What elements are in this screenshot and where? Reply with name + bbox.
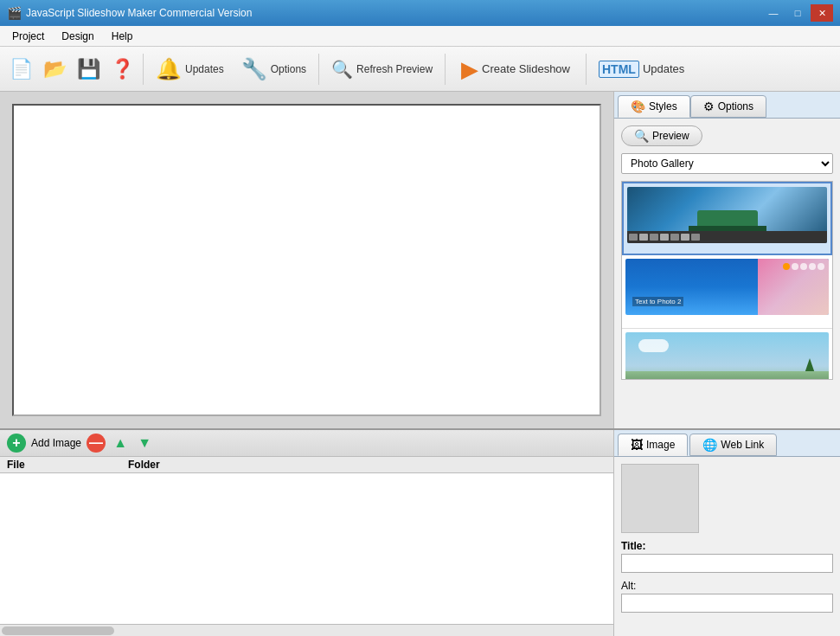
new-button[interactable]: 📄 bbox=[5, 50, 37, 88]
scrollbar-track bbox=[2, 626, 114, 635]
mini-thumb-2 bbox=[639, 234, 648, 241]
image-list-container: File Folder bbox=[0, 457, 613, 624]
nav-dot-1 bbox=[783, 263, 790, 270]
open-button[interactable]: 📂 bbox=[39, 50, 71, 88]
top-section: 🎨 Styles ⚙ Options 🔍 Preview Photo Galle bbox=[0, 92, 840, 428]
create-label: Create Slideshow bbox=[482, 62, 570, 75]
style-thumb-flower[interactable]: Text to Photo 2 bbox=[622, 255, 832, 329]
updates-label: Updates bbox=[185, 63, 224, 75]
menu-design[interactable]: Design bbox=[53, 29, 102, 44]
app-icon: 🎬 bbox=[7, 6, 21, 20]
title-field-group: Title: bbox=[621, 540, 833, 573]
toolbar-separator-2 bbox=[318, 54, 319, 85]
mini-thumb-7 bbox=[691, 234, 700, 241]
styles-tab-label: Styles bbox=[649, 100, 677, 112]
updates-icon: 🔔 bbox=[156, 59, 182, 80]
image-preview-thumbnail bbox=[621, 464, 699, 533]
main-area-inner: 🎨 Styles ⚙ Options 🔍 Preview Photo Galle bbox=[0, 92, 840, 636]
image-tab-label: Image bbox=[646, 439, 675, 451]
right-panel: 🎨 Styles ⚙ Options 🔍 Preview Photo Galle bbox=[613, 92, 840, 428]
styles-options-tabs: 🎨 Styles ⚙ Options bbox=[614, 92, 840, 119]
toolbar-separator-1 bbox=[143, 54, 144, 85]
save-icon: 💾 bbox=[77, 60, 100, 79]
menu-project[interactable]: Project bbox=[3, 29, 53, 44]
new-icon: 📄 bbox=[10, 60, 33, 79]
updates-button[interactable]: 🔔 Updates bbox=[148, 50, 232, 88]
move-down-button[interactable]: ▼ bbox=[135, 434, 154, 453]
options-tab-icon: ⚙ bbox=[703, 100, 715, 113]
toolbar: 📄 📂 💾 ❓ 🔔 Updates 🔧 Options 🔍 Refresh Pr… bbox=[0, 47, 840, 92]
thumbnail-strip bbox=[627, 231, 827, 243]
maximize-button[interactable]: □ bbox=[786, 4, 809, 22]
refresh-button[interactable]: 🔍 Refresh Preview bbox=[324, 50, 440, 88]
style-thumb-boat[interactable] bbox=[622, 182, 832, 255]
toolbar-separator-4 bbox=[586, 54, 587, 85]
create-icon: ▶ bbox=[461, 58, 478, 80]
tab-options[interactable]: ⚙ Options bbox=[690, 95, 766, 118]
right-panel-content: 🔍 Preview Photo Gallery Classic Modern M… bbox=[614, 119, 840, 428]
gallery-style-dropdown[interactable]: Photo Gallery Classic Modern Minimal bbox=[621, 153, 833, 174]
mini-thumb-5 bbox=[670, 234, 679, 241]
styles-list[interactable]: Text to Photo 2 bbox=[621, 181, 833, 380]
options-icon: 🔧 bbox=[241, 59, 267, 80]
tab-weblink[interactable]: 🌐 Web Link bbox=[689, 434, 777, 456]
style-preview-nature bbox=[625, 332, 829, 380]
close-button[interactable]: ✕ bbox=[811, 4, 833, 22]
tab-image[interactable]: 🖼 Image bbox=[618, 434, 688, 456]
alt-field-group: Alt: bbox=[621, 580, 833, 613]
title-input[interactable] bbox=[621, 554, 833, 573]
add-image-button[interactable]: + bbox=[7, 434, 26, 453]
style-thumb-nature[interactable] bbox=[622, 329, 832, 380]
nav-dot-5 bbox=[818, 263, 824, 270]
create-slideshow-button[interactable]: ▶ Create Slideshow bbox=[450, 50, 581, 88]
tab-styles[interactable]: 🎨 Styles bbox=[618, 95, 690, 118]
html-icon: HTML bbox=[599, 61, 639, 78]
image-tab-icon: 🖼 bbox=[631, 438, 643, 452]
detail-panel: 🖼 Image 🌐 Web Link Title: bbox=[613, 430, 840, 636]
help-icon: ❓ bbox=[111, 60, 134, 79]
styles-tab-icon: 🎨 bbox=[631, 100, 645, 113]
detail-panel-content: Title: Alt: bbox=[614, 457, 840, 636]
options-label: Options bbox=[271, 63, 306, 75]
move-up-button[interactable]: ▲ bbox=[111, 434, 130, 453]
slide-label: Text to Photo 2 bbox=[632, 297, 683, 306]
image-list-header: File Folder bbox=[0, 457, 613, 473]
weblink-tab-icon: 🌐 bbox=[702, 438, 717, 452]
bottom-toolbar: + Add Image — ▲ ▼ bbox=[0, 430, 613, 457]
cloud-shape bbox=[638, 339, 669, 352]
title-bar-text: JavaScript Slideshow Maker Commercial Ve… bbox=[26, 7, 762, 19]
insert-label: Updates bbox=[643, 62, 684, 75]
title-bar: 🎬 JavaScript Slideshow Maker Commercial … bbox=[0, 0, 840, 26]
title-bar-controls: — □ ✕ bbox=[762, 4, 833, 22]
image-list-body[interactable] bbox=[0, 473, 613, 624]
mini-thumb-1 bbox=[629, 234, 638, 241]
options-tab-label: Options bbox=[718, 100, 753, 112]
options-button[interactable]: 🔧 Options bbox=[234, 50, 314, 88]
refresh-label: Refresh Preview bbox=[356, 63, 433, 75]
style-preview-flower: Text to Photo 2 bbox=[625, 259, 829, 315]
column-file-header: File bbox=[7, 459, 128, 471]
refresh-icon: 🔍 bbox=[331, 61, 353, 78]
remove-image-button[interactable]: — bbox=[87, 434, 106, 453]
insert-web-button[interactable]: HTML Updates bbox=[591, 50, 692, 88]
title-label: Title: bbox=[621, 540, 833, 552]
preview-button[interactable]: 🔍 Preview bbox=[621, 125, 702, 146]
weblink-tab-label: Web Link bbox=[721, 439, 764, 451]
detail-tabs: 🖼 Image 🌐 Web Link bbox=[614, 430, 840, 457]
menu-bar: Project Design Help bbox=[0, 26, 840, 47]
alt-input[interactable] bbox=[621, 594, 833, 613]
bottom-section: + Add Image — ▲ ▼ File Folder bbox=[0, 428, 840, 636]
nav-dot-4 bbox=[809, 263, 816, 270]
ground-shape bbox=[625, 371, 829, 380]
alt-label: Alt: bbox=[621, 580, 833, 592]
minimize-button[interactable]: — bbox=[762, 4, 785, 22]
menu-help[interactable]: Help bbox=[103, 29, 142, 44]
mini-thumb-4 bbox=[660, 234, 669, 241]
add-image-label: Add Image bbox=[31, 437, 81, 449]
image-list-panel: + Add Image — ▲ ▼ File Folder bbox=[0, 430, 613, 636]
help-button[interactable]: ❓ bbox=[106, 50, 138, 88]
mini-thumb-6 bbox=[681, 234, 689, 241]
save-button[interactable]: 💾 bbox=[73, 50, 105, 88]
nav-dot-2 bbox=[792, 263, 798, 270]
horizontal-scrollbar[interactable] bbox=[0, 624, 613, 636]
